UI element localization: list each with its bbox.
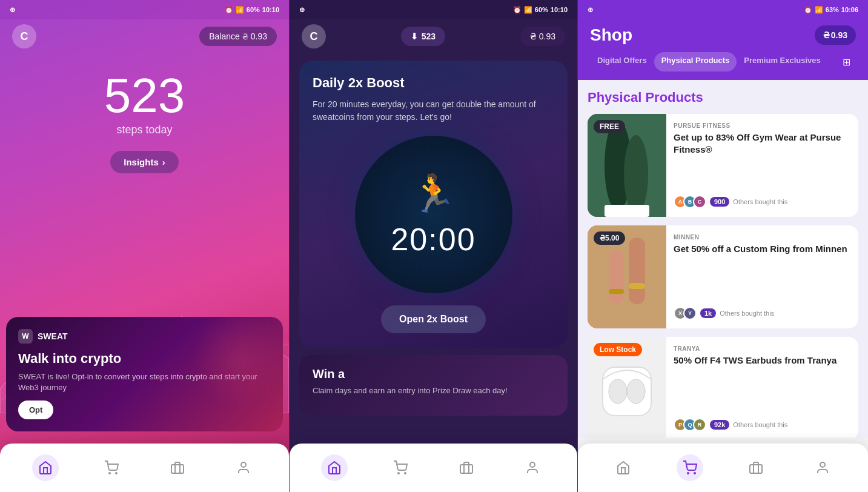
- win-card: Win a Claim days and earn an entry into …: [299, 355, 568, 416]
- product-badge-price: ₴5.00: [594, 231, 625, 245]
- nav-wallet-btn-3[interactable]: [743, 454, 769, 481]
- svg-point-0: [109, 473, 110, 474]
- section-title: Physical Products: [588, 90, 858, 105]
- product-card-ring[interactable]: ₴5.00 MINNEN Get 50% off a Custom Ring f…: [588, 225, 858, 328]
- sweat-symbol: ₴: [242, 32, 248, 41]
- svg-point-4: [398, 473, 399, 474]
- boost-balance-badge: ₴ 0.93: [520, 27, 565, 46]
- boost-description: For 20 minutes everyday, you can get dou…: [313, 98, 554, 124]
- social-avatar-r2: Y: [683, 307, 697, 320]
- opt-in-button[interactable]: Opt: [18, 401, 53, 419]
- social-avatar-e3: R: [693, 418, 706, 431]
- svg-rect-24: [750, 465, 762, 473]
- alarm-icon-2: ⏰: [513, 6, 522, 14]
- shop-balance-badge: ₴ 0.93: [815, 25, 856, 45]
- social-label-earbuds: Others bought this: [733, 421, 787, 428]
- svg-point-22: [687, 473, 689, 474]
- nav-home-button[interactable]: [32, 454, 59, 481]
- boost-title: Daily 2x Boost: [313, 75, 554, 91]
- product-social-fitness: A B C 900 Others bought this: [674, 195, 851, 208]
- win-title: Win a: [313, 367, 554, 381]
- filter-icon[interactable]: ⊞: [837, 52, 856, 71]
- app-icon: ⊕: [10, 6, 15, 14]
- product-badge-low-stock: Low Stock: [594, 343, 642, 356]
- boost-card: Daily 2x Boost For 20 minutes everyday, …: [299, 61, 568, 348]
- battery-text-2: 60%: [535, 6, 548, 13]
- social-avatars-ring: X Y: [674, 307, 697, 320]
- svg-point-10: [624, 135, 648, 214]
- svg-rect-14: [609, 250, 624, 304]
- insights-label: Insights: [124, 157, 159, 167]
- time-text-2: 10:10: [551, 6, 568, 13]
- balance-label: Balance: [209, 32, 240, 41]
- tab-physical-products[interactable]: Physical Products: [654, 52, 737, 71]
- social-avatars-earbuds: P Q R: [674, 418, 706, 431]
- nav-home-btn-3[interactable]: [610, 454, 637, 481]
- product-brand-earbuds: TRANYA: [674, 345, 851, 352]
- product-social-ring: X Y 1k Others bought this: [674, 307, 851, 320]
- avatar-2[interactable]: C: [302, 24, 326, 48]
- time-text: 10:10: [262, 6, 279, 13]
- nav-profile-btn-2[interactable]: [519, 454, 546, 481]
- time-text-3: 10:06: [841, 6, 858, 13]
- product-brand-fitness: PURSUE FITNESS: [674, 122, 851, 129]
- tab-premium-exclusives[interactable]: Premium Exclusives: [737, 52, 827, 71]
- product-title-earbuds: 50% Off F4 TWS Earbuds from Tranya: [674, 354, 851, 367]
- nav-shop-btn-2[interactable]: [387, 454, 414, 481]
- product-card-earbuds[interactable]: Low Stock TRANYA 50% Off F4 TWS Earbuds …: [588, 337, 858, 437]
- product-badge-free: FREE: [594, 120, 625, 133]
- svg-point-23: [694, 473, 695, 474]
- phone-shop: ⊕ ⏰ 📶 63% 10:06 Shop ₴ 0.93 Digital Offe…: [578, 0, 868, 492]
- open-boost-button[interactable]: Open 2x Boost: [381, 305, 486, 333]
- wifi-icon: 📶: [236, 6, 244, 14]
- insights-button[interactable]: Insights ›: [110, 151, 179, 173]
- tab-digital-offers[interactable]: Digital Offers: [590, 52, 654, 71]
- svg-rect-17: [609, 289, 624, 294]
- boost-circle: 🏃 20:00: [355, 136, 512, 293]
- shop-tabs: Digital Offers Physical Products Premium…: [590, 52, 856, 71]
- social-count-earbuds: 92k: [710, 420, 729, 430]
- battery-text-3: 63%: [826, 6, 839, 13]
- steps-section: 523 steps today Insights ›: [0, 71, 289, 173]
- svg-point-5: [405, 473, 406, 474]
- wifi-icon-2: 📶: [524, 6, 532, 14]
- status-left-icons: ⊕: [10, 6, 15, 14]
- alarm-icon: ⏰: [225, 6, 233, 14]
- nav-profile-button[interactable]: [230, 454, 257, 481]
- svg-rect-16: [629, 283, 645, 289]
- shop-header-row: Shop ₴ 0.93: [590, 25, 856, 45]
- alarm-icon-3: ⏰: [804, 6, 812, 14]
- status-bar-1: ⊕ ⏰ 📶 60% 10:10: [0, 0, 289, 19]
- product-image-earbuds: Low Stock: [588, 337, 666, 437]
- nav-shop-btn-3[interactable]: [677, 454, 703, 481]
- wifi-icon-3: 📶: [815, 6, 823, 14]
- product-info-ring: MINNEN Get 50% off a Custom Ring from Mi…: [666, 225, 858, 328]
- nav-wallet-button[interactable]: [164, 454, 191, 481]
- steps-label: steps today: [0, 124, 289, 136]
- avatar[interactable]: C: [12, 24, 36, 48]
- product-info-earbuds: TRANYA 50% Off F4 TWS Earbuds from Trany…: [666, 337, 858, 437]
- social-count-fitness: 900: [710, 197, 729, 207]
- step-count-value: 523: [422, 32, 436, 41]
- status-bar-2: ⊕ ⏰ 📶 60% 10:10: [290, 0, 577, 19]
- bottom-nav-3: [578, 444, 868, 492]
- boost-header: C ⬇ 523 ₴ 0.93: [290, 19, 577, 53]
- balance-badge: Balance ₴ 0.93: [199, 27, 277, 46]
- bottom-nav-1: [0, 444, 289, 492]
- product-card-fitness[interactable]: FREE PURSUE FITNESS Get up to 83% Off Gy…: [588, 114, 858, 217]
- sweat-logo-text: SWEAT: [38, 331, 68, 341]
- nav-shop-button[interactable]: [98, 454, 125, 481]
- nav-wallet-btn-2[interactable]: [453, 454, 480, 481]
- social-avatars-fitness: A B C: [674, 195, 706, 208]
- steps-icon: ⬇: [411, 32, 418, 41]
- svg-point-1: [116, 473, 117, 474]
- social-avatar-3: C: [693, 195, 706, 208]
- svg-point-21: [627, 379, 645, 404]
- step-count-badge: ⬇ 523: [401, 27, 445, 46]
- home-top-bar: C Balance ₴ 0.93: [0, 19, 289, 53]
- battery-text: 60%: [247, 6, 260, 13]
- nav-profile-btn-3[interactable]: [809, 454, 836, 481]
- sweat-card-bg: [192, 317, 283, 408]
- nav-home-btn-2[interactable]: [321, 454, 348, 481]
- social-label-fitness: Others bought this: [733, 198, 787, 205]
